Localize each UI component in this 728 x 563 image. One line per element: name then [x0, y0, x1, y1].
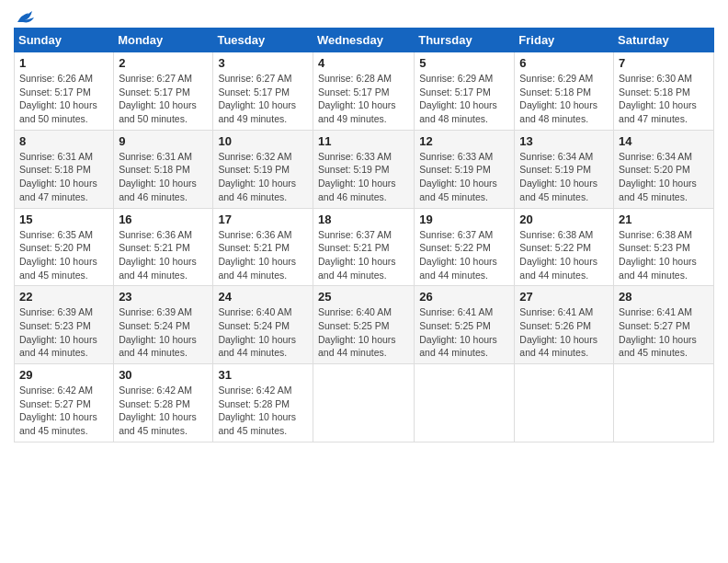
day-number: 31 [218, 368, 308, 382]
calendar-cell [313, 364, 414, 442]
day-detail: Sunrise: 6:41 AM Sunset: 5:26 PM Dayligh… [519, 305, 609, 360]
header-tuesday: Tuesday [213, 29, 313, 52]
day-detail: Sunrise: 6:34 AM Sunset: 5:19 PM Dayligh… [519, 150, 609, 204]
logo-bird-icon [16, 9, 36, 26]
header-monday: Monday [114, 29, 213, 52]
calendar-cell: 2 Sunrise: 6:27 AM Sunset: 5:17 PM Dayli… [114, 52, 213, 131]
calendar-cell: 21 Sunrise: 6:38 AM Sunset: 5:23 PM Dayl… [614, 208, 714, 286]
logo [14, 9, 36, 22]
calendar-table: SundayMondayTuesdayWednesdayThursdayFrid… [14, 28, 714, 442]
calendar-cell: 24 Sunrise: 6:40 AM Sunset: 5:24 PM Dayl… [213, 286, 313, 364]
calendar-cell: 26 Sunrise: 6:41 AM Sunset: 5:25 PM Dayl… [415, 286, 515, 364]
day-detail: Sunrise: 6:40 AM Sunset: 5:24 PM Dayligh… [218, 305, 308, 360]
page-header [14, 9, 714, 22]
header-wednesday: Wednesday [313, 29, 414, 52]
day-detail: Sunrise: 6:33 AM Sunset: 5:19 PM Dayligh… [318, 150, 409, 204]
day-detail: Sunrise: 6:34 AM Sunset: 5:20 PM Dayligh… [619, 150, 709, 204]
calendar-cell: 25 Sunrise: 6:40 AM Sunset: 5:25 PM Dayl… [313, 286, 414, 364]
calendar-cell: 28 Sunrise: 6:41 AM Sunset: 5:27 PM Dayl… [614, 286, 714, 364]
day-detail: Sunrise: 6:36 AM Sunset: 5:21 PM Dayligh… [218, 228, 308, 282]
day-number: 19 [419, 213, 509, 226]
calendar-cell: 15 Sunrise: 6:35 AM Sunset: 5:20 PM Dayl… [15, 208, 114, 286]
day-detail: Sunrise: 6:33 AM Sunset: 5:19 PM Dayligh… [419, 150, 509, 204]
calendar-cell [415, 364, 515, 442]
day-number: 10 [218, 134, 308, 148]
calendar-cell: 19 Sunrise: 6:37 AM Sunset: 5:22 PM Dayl… [415, 208, 515, 286]
calendar-cell: 7 Sunrise: 6:30 AM Sunset: 5:18 PM Dayli… [614, 52, 714, 131]
day-number: 7 [619, 56, 709, 70]
day-number: 18 [318, 213, 409, 226]
header-sunday: Sunday [15, 29, 114, 52]
day-detail: Sunrise: 6:35 AM Sunset: 5:20 PM Dayligh… [19, 228, 108, 282]
day-number: 1 [19, 56, 108, 70]
day-detail: Sunrise: 6:30 AM Sunset: 5:18 PM Dayligh… [619, 72, 709, 126]
day-number: 6 [519, 56, 609, 70]
day-number: 15 [19, 213, 108, 226]
header-thursday: Thursday [415, 29, 515, 52]
calendar-cell: 11 Sunrise: 6:33 AM Sunset: 5:19 PM Dayl… [313, 130, 414, 208]
day-number: 11 [318, 134, 409, 148]
header-saturday: Saturday [614, 29, 714, 52]
day-detail: Sunrise: 6:26 AM Sunset: 5:17 PM Dayligh… [19, 72, 108, 126]
calendar-cell: 14 Sunrise: 6:34 AM Sunset: 5:20 PM Dayl… [614, 130, 714, 208]
day-number: 9 [119, 134, 208, 148]
calendar-cell [515, 364, 614, 442]
day-detail: Sunrise: 6:27 AM Sunset: 5:17 PM Dayligh… [218, 72, 308, 126]
day-detail: Sunrise: 6:42 AM Sunset: 5:28 PM Dayligh… [218, 384, 308, 438]
day-number: 16 [119, 213, 208, 226]
calendar-cell: 30 Sunrise: 6:42 AM Sunset: 5:28 PM Dayl… [114, 364, 213, 442]
day-detail: Sunrise: 6:28 AM Sunset: 5:17 PM Dayligh… [318, 72, 409, 126]
calendar-cell: 5 Sunrise: 6:29 AM Sunset: 5:17 PM Dayli… [415, 52, 515, 131]
day-detail: Sunrise: 6:42 AM Sunset: 5:28 PM Dayligh… [119, 384, 208, 438]
calendar-header: SundayMondayTuesdayWednesdayThursdayFrid… [15, 29, 714, 52]
calendar-cell: 10 Sunrise: 6:32 AM Sunset: 5:19 PM Dayl… [213, 130, 313, 208]
day-detail: Sunrise: 6:36 AM Sunset: 5:21 PM Dayligh… [119, 228, 208, 282]
day-number: 28 [619, 290, 709, 304]
calendar-cell: 9 Sunrise: 6:31 AM Sunset: 5:18 PM Dayli… [114, 130, 213, 208]
calendar-cell: 27 Sunrise: 6:41 AM Sunset: 5:26 PM Dayl… [515, 286, 614, 364]
day-number: 5 [419, 56, 509, 70]
day-detail: Sunrise: 6:29 AM Sunset: 5:18 PM Dayligh… [519, 72, 609, 126]
day-number: 20 [519, 213, 609, 226]
day-number: 25 [318, 290, 409, 304]
day-number: 13 [519, 134, 609, 148]
day-detail: Sunrise: 6:31 AM Sunset: 5:18 PM Dayligh… [19, 150, 108, 204]
day-number: 24 [218, 290, 308, 304]
calendar-cell: 20 Sunrise: 6:38 AM Sunset: 5:22 PM Dayl… [515, 208, 614, 286]
day-number: 4 [318, 56, 409, 70]
day-number: 30 [119, 368, 208, 382]
week-row-3: 15 Sunrise: 6:35 AM Sunset: 5:20 PM Dayl… [15, 208, 714, 286]
calendar-cell: 1 Sunrise: 6:26 AM Sunset: 5:17 PM Dayli… [15, 52, 114, 131]
calendar-cell: 4 Sunrise: 6:28 AM Sunset: 5:17 PM Dayli… [313, 52, 414, 131]
calendar-cell: 18 Sunrise: 6:37 AM Sunset: 5:21 PM Dayl… [313, 208, 414, 286]
day-detail: Sunrise: 6:29 AM Sunset: 5:17 PM Dayligh… [419, 72, 509, 126]
day-number: 12 [419, 134, 509, 148]
day-number: 14 [619, 134, 709, 148]
day-detail: Sunrise: 6:27 AM Sunset: 5:17 PM Dayligh… [119, 72, 208, 126]
day-detail: Sunrise: 6:39 AM Sunset: 5:24 PM Dayligh… [119, 305, 208, 360]
week-row-2: 8 Sunrise: 6:31 AM Sunset: 5:18 PM Dayli… [15, 130, 714, 208]
day-detail: Sunrise: 6:31 AM Sunset: 5:18 PM Dayligh… [119, 150, 208, 204]
week-row-5: 29 Sunrise: 6:42 AM Sunset: 5:27 PM Dayl… [15, 364, 714, 442]
week-row-1: 1 Sunrise: 6:26 AM Sunset: 5:17 PM Dayli… [15, 52, 714, 131]
day-number: 21 [619, 213, 709, 226]
calendar-cell [614, 364, 714, 442]
calendar-cell: 22 Sunrise: 6:39 AM Sunset: 5:23 PM Dayl… [15, 286, 114, 364]
calendar-cell: 29 Sunrise: 6:42 AM Sunset: 5:27 PM Dayl… [15, 364, 114, 442]
day-number: 23 [119, 290, 208, 304]
calendar-cell: 8 Sunrise: 6:31 AM Sunset: 5:18 PM Dayli… [15, 130, 114, 208]
calendar-cell: 12 Sunrise: 6:33 AM Sunset: 5:19 PM Dayl… [415, 130, 515, 208]
calendar-cell: 17 Sunrise: 6:36 AM Sunset: 5:21 PM Dayl… [213, 208, 313, 286]
day-detail: Sunrise: 6:37 AM Sunset: 5:22 PM Dayligh… [419, 228, 509, 282]
calendar-cell: 13 Sunrise: 6:34 AM Sunset: 5:19 PM Dayl… [515, 130, 614, 208]
day-detail: Sunrise: 6:41 AM Sunset: 5:27 PM Dayligh… [619, 305, 709, 360]
day-number: 27 [519, 290, 609, 304]
calendar-cell: 31 Sunrise: 6:42 AM Sunset: 5:28 PM Dayl… [213, 364, 313, 442]
calendar-body: 1 Sunrise: 6:26 AM Sunset: 5:17 PM Dayli… [15, 52, 714, 442]
day-detail: Sunrise: 6:39 AM Sunset: 5:23 PM Dayligh… [19, 305, 108, 360]
day-number: 22 [19, 290, 108, 304]
calendar-cell: 23 Sunrise: 6:39 AM Sunset: 5:24 PM Dayl… [114, 286, 213, 364]
day-number: 8 [19, 134, 108, 148]
header-row: SundayMondayTuesdayWednesdayThursdayFrid… [15, 29, 714, 52]
header-friday: Friday [515, 29, 614, 52]
